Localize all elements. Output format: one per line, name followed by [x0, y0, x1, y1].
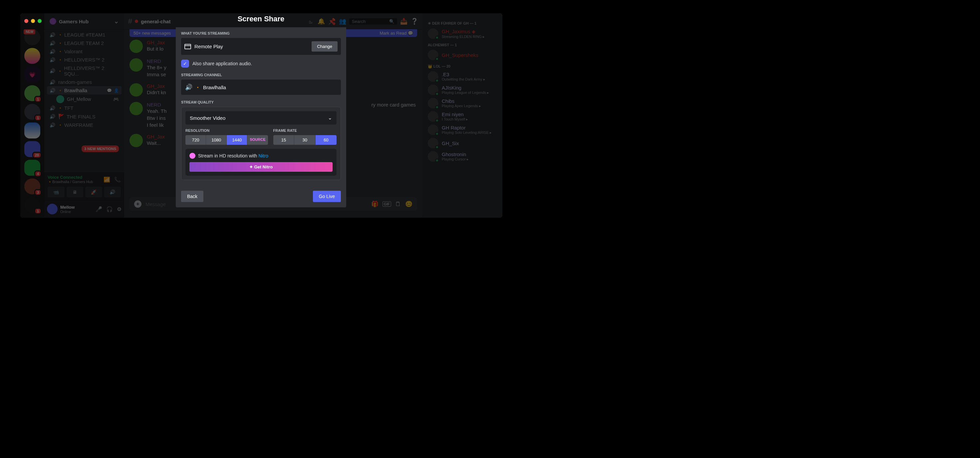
- streaming-channel-row[interactable]: 🔊 🔸 Brawlhalla: [181, 80, 341, 95]
- share-audio-row[interactable]: ✓ Also share application audio.: [181, 60, 341, 68]
- resolution-option[interactable]: 1440: [227, 135, 247, 145]
- checkbox-checked-icon[interactable]: ✓: [181, 60, 189, 68]
- resolution-segment: 72010801440SOURCE: [185, 135, 268, 145]
- screen-share-modal: WHAT YOU'RE STREAMING Remote Play Change…: [176, 27, 346, 207]
- source-name: Remote Play: [194, 44, 308, 49]
- back-button[interactable]: Back: [181, 191, 204, 202]
- channel-name: Brawlhalla: [203, 84, 226, 90]
- framerate-option[interactable]: 60: [316, 135, 337, 145]
- section-header: WHAT YOU'RE STREAMING: [181, 31, 341, 35]
- stream-source-row: Remote Play Change: [181, 38, 341, 55]
- nitro-icon: [189, 153, 196, 159]
- framerate-option[interactable]: 15: [273, 135, 294, 145]
- go-live-button[interactable]: Go Live: [313, 191, 341, 202]
- quality-preset-select[interactable]: Smoother Video ⌄: [185, 111, 337, 124]
- diamond-icon: 🔸: [196, 86, 200, 89]
- section-header: STREAMING CHANNEL: [181, 73, 341, 77]
- window-icon: [185, 44, 191, 49]
- nitro-link[interactable]: Nitro: [258, 153, 268, 158]
- minimize-icon[interactable]: [31, 19, 35, 23]
- maximize-icon[interactable]: [38, 19, 41, 23]
- framerate-option[interactable]: 30: [294, 135, 316, 145]
- resolution-option[interactable]: SOURCE: [247, 135, 268, 145]
- speaker-icon: 🔊: [185, 84, 192, 91]
- framerate-label: FRAME RATE: [273, 129, 337, 132]
- chevron-down-icon: ⌄: [328, 115, 332, 121]
- quality-box: Smoother Video ⌄ RESOLUTION 72010801440S…: [181, 107, 341, 180]
- window-traffic-lights[interactable]: [24, 19, 41, 23]
- resolution-label: RESOLUTION: [185, 129, 268, 132]
- change-button[interactable]: Change: [312, 41, 337, 52]
- framerate-segment: 153060: [273, 135, 337, 145]
- section-header: STREAM QUALITY: [181, 100, 341, 104]
- resolution-option[interactable]: 720: [185, 135, 206, 145]
- resolution-option[interactable]: 1080: [206, 135, 227, 145]
- nitro-upsell: Stream in HD resolution with Nitro ✦ Get…: [185, 149, 337, 176]
- get-nitro-button[interactable]: ✦ Get Nitro: [189, 162, 332, 172]
- modal-title: Screen Share: [238, 14, 285, 23]
- close-icon[interactable]: [24, 19, 28, 23]
- share-audio-label: Also share application audio.: [192, 61, 252, 66]
